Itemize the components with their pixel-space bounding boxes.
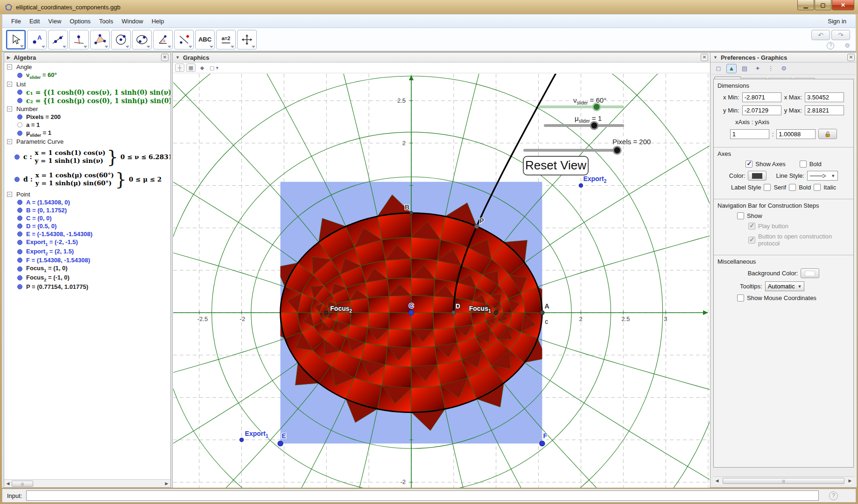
input-help-icon[interactable]: ?: [829, 491, 838, 500]
menu-tools[interactable]: Tools: [95, 16, 117, 27]
show-axes-checkbox[interactable]: [745, 161, 753, 168]
preferences-close-icon[interactable]: ✕: [847, 54, 855, 61]
reset-view-button[interactable]: Reset View: [523, 156, 588, 175]
visibility-bullet-icon[interactable]: [17, 266, 22, 272]
algebra-section-angle[interactable]: −Angle: [4, 63, 170, 71]
reflect-tool[interactable]: [174, 30, 194, 49]
algebra-item-curve[interactable]: c :x = 1 cosh(1) cos(ν)y = 1 sinh(1) sin…: [4, 146, 170, 168]
gear-icon[interactable]: ⚙: [844, 42, 850, 49]
scroll-right-icon[interactable]: ▶: [163, 480, 170, 487]
algebra-item[interactable]: c₁ = {(1 cosh(0) cos(ν), 1 sinh(0) sin(ν…: [4, 88, 170, 97]
menu-options[interactable]: Options: [65, 16, 95, 27]
labels-bold-checkbox[interactable]: [789, 184, 796, 191]
object-properties-icon[interactable]: ◻: [713, 64, 724, 73]
menu-file[interactable]: File: [7, 16, 25, 27]
algebra-item[interactable]: D = (0.5, 0): [4, 222, 170, 230]
visibility-bullet-icon[interactable]: [17, 122, 22, 127]
collapse-minus-icon[interactable]: −: [7, 64, 12, 70]
algebra-close-icon[interactable]: ✕: [161, 54, 169, 61]
titlebar[interactable]: elliptical_coordinates_components.ggb ▁ …: [0, 0, 858, 14]
move-graphics-tool[interactable]: [237, 30, 257, 49]
y-max-input[interactable]: [805, 105, 844, 115]
y-min-input[interactable]: [742, 105, 781, 115]
axes-color-button[interactable]: [748, 171, 767, 181]
graphics-header[interactable]: ▼ Graphics ✕: [173, 53, 710, 63]
graphics-canvas[interactable]: -2.5-222.532.52-2νslider = 60°μslider = …: [173, 74, 710, 488]
background-color-button[interactable]: [801, 268, 819, 278]
collapse-triangle-icon[interactable]: ▶: [7, 55, 10, 60]
visibility-bullet-icon[interactable]: [17, 216, 22, 221]
scroll-thumb[interactable]: |||: [12, 481, 33, 487]
serif-checkbox[interactable]: [764, 184, 771, 191]
perpendicular-line-tool[interactable]: [69, 30, 89, 49]
move-tool[interactable]: [6, 30, 26, 49]
menu-window[interactable]: Window: [117, 16, 147, 27]
collapse-minus-icon[interactable]: −: [7, 139, 12, 144]
point-capturing-icon[interactable]: ◆: [197, 63, 207, 72]
visibility-bullet-icon[interactable]: [17, 98, 22, 103]
graphics-preferences-icon[interactable]: ▲: [726, 64, 737, 73]
algebra-item[interactable]: C = (0, 0): [4, 214, 170, 222]
mouse-coordinates-checkbox[interactable]: [737, 294, 744, 301]
collapse-triangle-icon[interactable]: ▼: [176, 55, 180, 60]
defaults-icon[interactable]: ✦: [753, 64, 763, 73]
command-input[interactable]: [26, 490, 819, 501]
algebra-tree[interactable]: −Angleνslider = 60°−Listc₁ = {(1 cosh(0)…: [4, 63, 170, 479]
preferences-hscrollbar[interactable]: ◀ ||| ▶: [713, 476, 854, 484]
algebra-header[interactable]: ▶ Algebra ✕: [4, 53, 170, 63]
visibility-bullet-icon[interactable]: [17, 249, 22, 254]
algebra-item[interactable]: B = (0, 1.1752): [4, 206, 170, 214]
point-tool[interactable]: A: [27, 30, 47, 49]
visibility-bullet-icon[interactable]: [17, 240, 22, 245]
visibility-bullet-icon[interactable]: [17, 90, 22, 95]
point-E[interactable]: E: [278, 432, 286, 446]
algebra-section-list[interactable]: −List: [4, 80, 170, 88]
scroll-left-icon[interactable]: ◀: [713, 477, 721, 484]
visibility-bullet-icon[interactable]: [17, 208, 22, 213]
scroll-thumb[interactable]: |||: [723, 478, 844, 484]
algebra-item[interactable]: μslider = 1: [4, 129, 170, 138]
menu-edit[interactable]: Edit: [25, 16, 44, 27]
algebra-section-point[interactable]: −Point: [4, 190, 170, 198]
visibility-bullet-icon[interactable]: [17, 275, 22, 280]
show-axes-toggle-icon[interactable]: ┼: [175, 63, 184, 72]
redo-button[interactable]: ↷: [831, 30, 850, 40]
collapse-minus-icon[interactable]: −: [7, 192, 12, 197]
algebra-item[interactable]: Pixels = 200: [4, 113, 170, 121]
visibility-bullet-icon[interactable]: [17, 200, 22, 205]
ratio-y-input[interactable]: [776, 129, 816, 139]
scroll-right-icon[interactable]: ▶: [846, 477, 854, 484]
tooltips-dropdown[interactable]: Automatic ▼: [765, 281, 805, 291]
algebra-item[interactable]: νslider = 60°: [4, 71, 170, 80]
italic-checkbox[interactable]: [814, 184, 821, 191]
visibility-bullet-icon[interactable]: [17, 73, 22, 78]
algebra-section-number[interactable]: −Number: [4, 105, 170, 113]
conic-tool[interactable]: [132, 30, 152, 49]
pixels-slider[interactable]: Pixels = 200: [525, 138, 651, 154]
algebra-hscrollbar[interactable]: ◀ ||| ▶: [4, 479, 170, 487]
scroll-left-icon[interactable]: ◀: [4, 480, 12, 487]
line-style-dropdown[interactable]: ▼: [807, 171, 838, 181]
minimize-button[interactable]: ▁: [797, 0, 814, 10]
collapse-minus-icon[interactable]: −: [7, 106, 12, 112]
slider-tool[interactable]: a=2: [216, 30, 236, 49]
x-min-input[interactable]: [742, 92, 781, 102]
algebra-item[interactable]: Focus1 = (1, 0): [4, 264, 170, 273]
algebra-section-parametric-curve[interactable]: −Parametric Curve: [4, 138, 170, 146]
visibility-bullet-icon[interactable]: [17, 258, 22, 263]
x-max-input[interactable]: [805, 92, 844, 102]
preferences-header[interactable]: ▼ Preferences - Graphics ✕: [710, 53, 857, 63]
algebra-item[interactable]: Export1 = (-2, -1.5): [4, 238, 170, 247]
algebra-item[interactable]: Focus2 = (-1, 0): [4, 273, 170, 283]
nu-slider[interactable]: νslider = 60°: [540, 96, 623, 111]
view-options-icon[interactable]: ▢ ▾: [209, 63, 219, 72]
visibility-bullet-icon[interactable]: [17, 284, 22, 289]
axes-bold-checkbox[interactable]: [800, 161, 807, 168]
visibility-bullet-icon[interactable]: [17, 224, 22, 229]
menu-view[interactable]: View: [44, 16, 65, 27]
polygon-tool[interactable]: [90, 30, 110, 49]
lock-ratio-button[interactable]: [818, 129, 837, 139]
show-grid-toggle-icon[interactable]: ▦: [186, 63, 196, 72]
angle-tool[interactable]: α: [153, 30, 173, 49]
visibility-bullet-icon[interactable]: [14, 154, 20, 160]
